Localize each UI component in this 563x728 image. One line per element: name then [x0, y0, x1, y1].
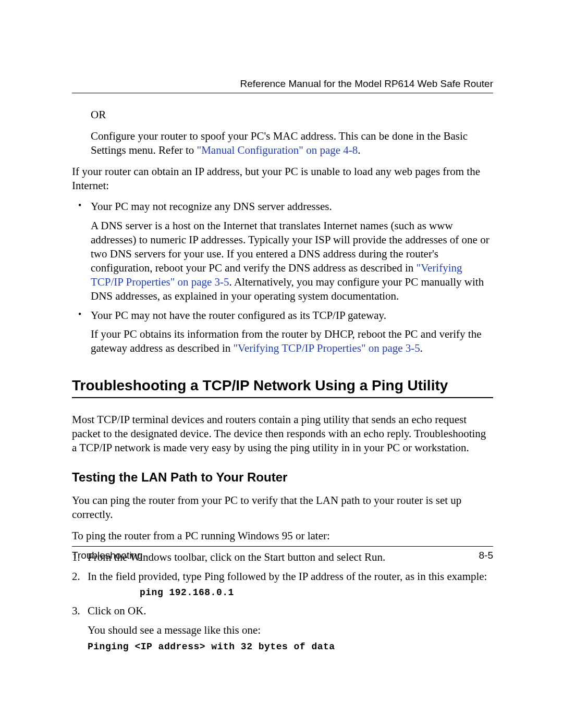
code-sample: Pinging <IP address> with 32 bytes of da…	[88, 641, 493, 653]
footer-page-number: 8-5	[479, 550, 493, 561]
document-page: Reference Manual for the Model RP614 Web…	[0, 0, 563, 728]
bullet-body: A DNS server is a host on the Internet t…	[91, 219, 493, 303]
running-header: Reference Manual for the Model RP614 Web…	[72, 78, 493, 90]
subsection-para: You can ping the router from your PC to …	[72, 493, 493, 522]
bullet2-body-post: .	[420, 342, 423, 354]
ip-intro-paragraph: If your router can obtain an IP address,…	[72, 165, 493, 193]
or-label: OR	[91, 108, 493, 122]
section-rule	[72, 397, 493, 398]
section-intro: Most TCP/IP terminal devices and routers…	[72, 413, 493, 455]
subsection-heading: Testing the LAN Path to Your Router	[72, 470, 493, 486]
header-rule	[72, 93, 493, 93]
footer-rule	[72, 546, 493, 547]
bullet-lead: Your PC may not have the router configur…	[91, 309, 493, 323]
list-item: Your PC may not recognize any DNS server…	[72, 200, 493, 303]
page-footer: Troubleshooting 8-5	[72, 546, 493, 561]
code-sample: ping 192.168.0.1	[140, 587, 493, 599]
verify-tcpip-link[interactable]: "Verifying TCP/IP Properties" on page 3-…	[233, 342, 420, 354]
footer-section: Troubleshooting	[72, 550, 143, 561]
list-item: Your PC may not have the router configur…	[72, 309, 493, 356]
step-item: In the field provided, type Ping followe…	[72, 570, 493, 599]
subsection-para: To ping the router from a PC running Win…	[72, 529, 493, 543]
section-heading: Troubleshooting a TCP/IP Network Using a…	[72, 376, 493, 395]
body-content: OR Configure your router to spoof your P…	[72, 108, 493, 653]
spoof-paragraph: Configure your router to spoof your PC's…	[91, 129, 493, 157]
steps-list: From the Windows toolbar, click on the S…	[72, 550, 493, 653]
spoof-text-post: .	[358, 144, 360, 156]
bullet-lead: Your PC may not recognize any DNS server…	[91, 200, 493, 214]
step-text: Click on OK.	[88, 604, 146, 617]
step-body: You should see a message like this one:	[88, 623, 493, 637]
step-text: In the field provided, type Ping followe…	[88, 570, 487, 583]
troubleshoot-list: Your PC may not recognize any DNS server…	[72, 200, 493, 355]
manual-config-link[interactable]: "Manual Configuration" on page 4-8	[197, 144, 358, 156]
step-item: Click on OK. You should see a message li…	[72, 604, 493, 653]
bullet-body: If your PC obtains its information from …	[91, 327, 493, 355]
